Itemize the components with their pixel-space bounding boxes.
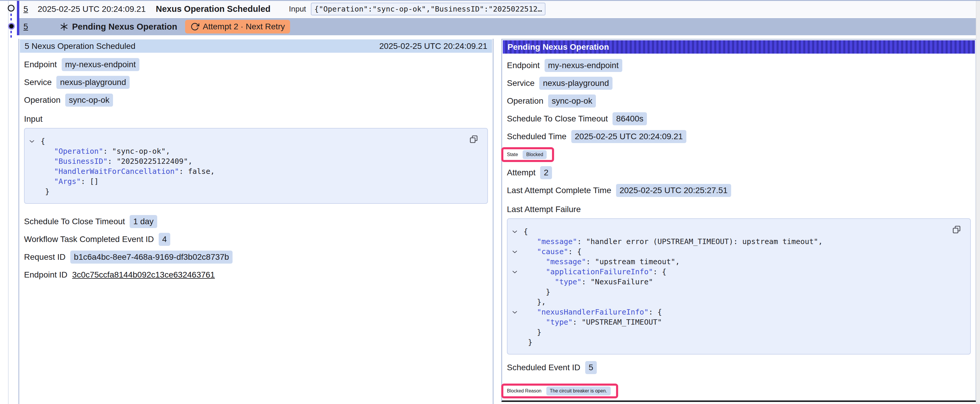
field-label: Endpoint ID	[24, 270, 67, 280]
detail-row: Scheduled Event ID 5	[507, 359, 971, 377]
event-id-link[interactable]: 5	[24, 22, 30, 32]
json-line: },	[511, 297, 964, 307]
field-label: Scheduled Time	[507, 132, 566, 141]
timeline-edge-line	[8, 1, 9, 404]
field-label: Request ID	[24, 252, 65, 262]
chevron-down-icon	[512, 311, 517, 314]
json-line: "type": "UPSTREAM_TIMEOUT"	[511, 317, 964, 327]
timeline-node-filled-icon[interactable]	[8, 23, 15, 30]
field-label: Schedule To Close Timeout	[24, 217, 125, 226]
json-line: {	[28, 136, 481, 146]
detail-row: Schedule To Close Timeout1 day	[24, 213, 488, 230]
json-line: "type": "NexusFailure"	[511, 277, 964, 287]
input-json-block: { "Operation": "sync-op-ok", "BusinessID…	[24, 128, 488, 204]
left-panel-timestamp: 2025-02-25 UTC 20:24:09.21	[379, 41, 487, 51]
retry-badge: Attempt 2 · Next Retry	[185, 20, 290, 33]
event-row-expanded[interactable]: 5 Pending Nexus Operation Attempt 2 · Ne…	[19, 18, 976, 35]
pending-panel-header: Pending Nexus Operation	[503, 40, 975, 54]
state-value-chip: Blocked	[523, 150, 547, 159]
json-line: }	[511, 337, 964, 347]
json-line: "message": "handler error (UPSTREAM_TIME…	[511, 237, 964, 247]
endpoint-id-link[interactable]: 3c0c75ccfa8144b092c13ce632463761	[72, 270, 215, 280]
json-gutter	[511, 287, 523, 297]
failure-json-block: { "message": "handler error (UPSTREAM_TI…	[507, 218, 971, 355]
field-label: Service	[507, 79, 535, 88]
event-row-collapsed[interactable]: 5 2025-02-25 UTC 20:24:09.21 Nexus Opera…	[19, 1, 976, 17]
json-gutter	[28, 176, 41, 187]
field-label: Blocked Reason	[507, 388, 542, 394]
collapse-toggle[interactable]	[511, 247, 523, 257]
copy-icon	[952, 225, 961, 234]
json-gutter	[28, 156, 41, 166]
detail-row: Last Attempt Complete Time2025-02-25 UTC…	[507, 182, 971, 199]
collapse-toggle[interactable]	[511, 267, 523, 277]
event-id-link[interactable]: 5	[24, 5, 30, 14]
chevron-down-icon	[512, 230, 517, 233]
detail-row: Servicenexus-playground	[24, 73, 488, 91]
left-panel-header: 5 Nexus Operation Scheduled 2025-02-25 U…	[20, 40, 492, 53]
field-value-chip: sync-op-ok	[548, 95, 596, 108]
json-gutter	[511, 297, 523, 307]
collapse-toggle[interactable]	[511, 227, 523, 237]
json-line: }	[511, 327, 964, 337]
detail-row: Endpointmy-nexus-endpoint	[24, 56, 488, 73]
detail-row: Endpointmy-nexus-endpoint	[507, 57, 971, 74]
chevron-down-icon	[29, 140, 34, 143]
copy-button[interactable]	[952, 225, 961, 234]
pending-operation-panel: Pending Nexus Operation Endpointmy-nexus…	[501, 39, 977, 402]
copy-icon	[469, 135, 479, 144]
detail-fields: Schedule To Close Timeout1 dayWorkflow T…	[24, 213, 488, 266]
event-name: Nexus Operation Scheduled	[156, 4, 270, 14]
scrollbar[interactable]	[976, 1, 980, 404]
field-label: Scheduled Event ID	[507, 363, 581, 372]
field-value-chip: my-nexus-endpoint	[62, 58, 139, 71]
detail-row: Operationsync-op-ok	[507, 92, 971, 110]
field-value-chip: b1c6a4bc-8ee7-468a-9169-df3b02c8737b	[70, 250, 232, 264]
collapse-toggle[interactable]	[28, 136, 41, 146]
detail-fields: Endpointmy-nexus-endpointServicenexus-pl…	[507, 57, 971, 146]
field-value-chip: my-nexus-endpoint	[544, 59, 622, 72]
collapse-toggle[interactable]	[511, 307, 523, 317]
chevron-down-icon	[512, 271, 517, 274]
field-label: Operation	[507, 96, 543, 106]
field-value-chip: 2025-02-25 UTC 20:24:09.21	[571, 130, 686, 143]
field-value-chip: nexus-playground	[539, 77, 612, 90]
input-section-label: Input	[24, 109, 488, 125]
event-time: 2025-02-25 UTC 20:24:09.21	[38, 5, 146, 14]
json-gutter	[511, 317, 523, 327]
timeline-dashed-line	[10, 14, 12, 22]
json-gutter	[28, 187, 41, 196]
timeline-dashed-line	[10, 31, 12, 38]
json-line: "nexusHandlerFailureInfo": {	[511, 307, 964, 317]
field-label: Operation	[24, 95, 60, 105]
pending-panel-title: Pending Nexus Operation	[508, 42, 609, 52]
chevron-down-icon	[512, 250, 517, 253]
state-annotation-box: State Blocked	[501, 147, 554, 162]
json-line: "message": "upstream timeout",	[511, 257, 964, 267]
blocked-reason-annotation-box: Blocked Reason The circuit breaker is op…	[501, 383, 618, 398]
json-gutter	[511, 257, 523, 267]
json-gutter	[28, 146, 41, 156]
json-line: {	[511, 227, 964, 237]
field-label: Last Attempt Complete Time	[507, 186, 611, 195]
json-line: "Args": []	[28, 176, 481, 187]
field-value-chip: 1 day	[130, 215, 157, 228]
field-label: Workflow Task Completed Event ID	[24, 234, 154, 244]
detail-row: Workflow Task Completed Event ID4	[24, 230, 488, 248]
input-preview-chip[interactable]: {"Operation":"sync-op-ok","BusinessID":"…	[311, 3, 546, 16]
retry-icon	[191, 22, 199, 31]
field-label: Endpoint	[507, 61, 540, 70]
event-detail-panel: 5 Nexus Operation Scheduled 2025-02-25 U…	[18, 39, 493, 404]
field-label: Service	[24, 78, 52, 87]
json-line: "Operation": "sync-op-ok",	[28, 146, 481, 156]
field-label: Endpoint	[24, 60, 57, 69]
detail-row: Schedule To Close Timeout86400s	[507, 110, 971, 128]
selected-row-indicator	[17, 1, 19, 35]
json-gutter	[511, 277, 523, 287]
detail-row: Operationsync-op-ok	[24, 91, 488, 109]
timeline-node-open-icon[interactable]	[8, 5, 14, 11]
json-line: "applicationFailureInfo": {	[511, 267, 964, 277]
copy-button[interactable]	[469, 135, 479, 144]
field-value-chip: 86400s	[612, 112, 647, 125]
detail-row: Endpoint ID 3c0c75ccfa8144b092c13ce63246…	[24, 266, 488, 284]
